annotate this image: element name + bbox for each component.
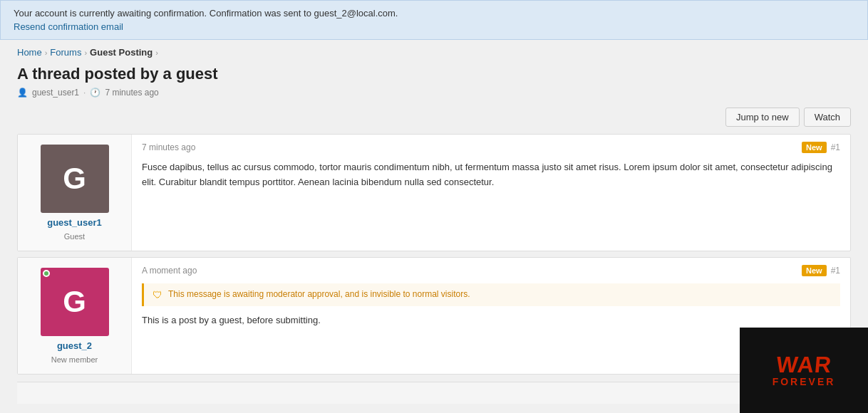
post-1-role: Guest [64, 232, 85, 241]
breadcrumb-forums[interactable]: Forums [50, 47, 81, 58]
thread-time: 7 minutes ago [105, 88, 158, 98]
post-2-avatar: G [41, 268, 109, 336]
post-1-body: Fusce dapibus, tellus ac cursus commodo,… [142, 160, 840, 190]
post-1-content: 7 minutes ago New #1 Fusce dapibus, tell… [132, 135, 850, 251]
breadcrumb-current: Guest Posting [90, 47, 153, 58]
author-icon: 👤 [17, 88, 28, 98]
thread-actions: Jump to new Watch [17, 108, 851, 127]
bottom-bar: You have insuffic... [17, 382, 851, 404]
watermark-content: WAR FOREVER [773, 353, 836, 387]
confirmation-banner: Your account is currently awaiting confi… [0, 0, 868, 40]
thread-title: A thread posted by a guest [17, 65, 851, 83]
thread-author[interactable]: guest_user1 [32, 88, 79, 98]
main-container: Home › Forums › Guest Posting › A thread… [6, 40, 862, 411]
post-1: G guest_user1 Guest 7 minutes ago New #1… [17, 134, 851, 251]
thread-meta: 👤 guest_user1 · 🕐 7 minutes ago [17, 88, 851, 98]
post-1-number: #1 [831, 142, 840, 152]
confirmation-message: Your account is currently awaiting confi… [14, 8, 854, 19]
post-1-sidebar: G guest_user1 Guest [18, 135, 132, 251]
post-2-number: #1 [831, 266, 840, 276]
watermark: WAR FOREVER [740, 328, 868, 411]
post-1-new-badge: New [802, 142, 827, 153]
post-2-new-badge: New [802, 265, 827, 276]
watermark-line1: WAR [771, 353, 836, 376]
post-2-role: New member [51, 355, 98, 364]
post-2-time: A moment ago [142, 266, 197, 276]
moderation-notice: 🛡 This message is awaiting moderator app… [142, 283, 840, 306]
post-2-sidebar: G guest_2 New member [18, 258, 132, 374]
post-2-badges: New #1 [802, 265, 840, 276]
meta-separator: · [83, 88, 86, 98]
shield-icon: 🛡 [153, 289, 162, 300]
post-2-body: This is a post by a guest, before submit… [142, 313, 840, 328]
post-1-badges: New #1 [802, 142, 840, 153]
jump-to-new-button[interactable]: Jump to new [725, 108, 800, 127]
breadcrumb: Home › Forums › Guest Posting › [17, 47, 851, 58]
watch-button[interactable]: Watch [804, 108, 851, 127]
breadcrumb-sep-2: › [84, 48, 87, 57]
clock-icon: 🕐 [90, 88, 100, 98]
breadcrumb-home[interactable]: Home [17, 47, 42, 58]
post-1-avatar: G [41, 145, 109, 213]
post-2-header: A moment ago New #1 [142, 265, 840, 276]
post-1-username[interactable]: guest_user1 [47, 217, 102, 228]
post-2: G guest_2 New member A moment ago New #1… [17, 257, 851, 375]
watermark-line2: FOREVER [773, 376, 836, 387]
post-1-time: 7 minutes ago [142, 142, 195, 152]
post-2-avatar-letter: G [63, 285, 86, 319]
post-1-header: 7 minutes ago New #1 [142, 142, 840, 153]
online-indicator [43, 270, 50, 277]
breadcrumb-sep-3: › [155, 48, 158, 57]
post-1-avatar-letter: G [63, 162, 86, 196]
mod-notice-text: This message is awaiting moderator appro… [168, 289, 470, 299]
posts-container: G guest_user1 Guest 7 minutes ago New #1… [17, 134, 851, 375]
breadcrumb-sep-1: › [45, 48, 48, 57]
post-2-username[interactable]: guest_2 [57, 340, 92, 351]
resend-confirmation-link[interactable]: Resend confirmation email [14, 21, 123, 32]
